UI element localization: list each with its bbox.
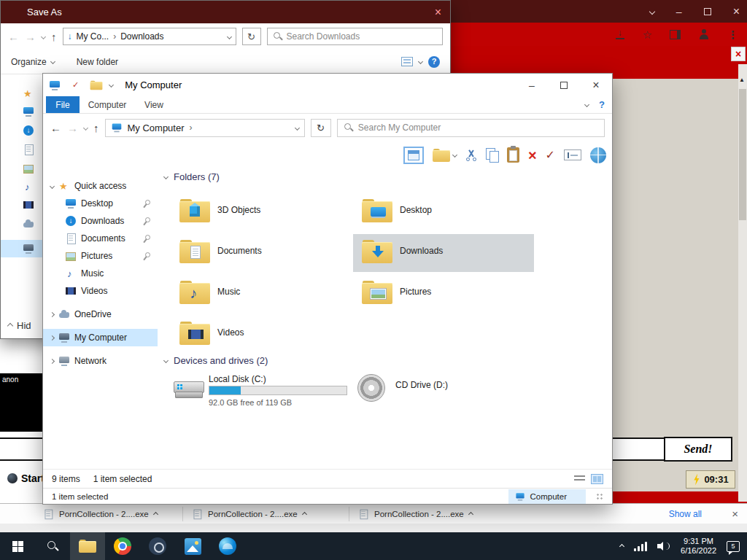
large-icons-view-icon[interactable]	[591, 474, 603, 484]
chevron-right-icon[interactable]	[50, 335, 55, 340]
breadcrumb-dropdown-icon[interactable]	[294, 125, 299, 130]
close-icon[interactable]	[435, 7, 441, 18]
up-icon[interactable]	[93, 122, 99, 133]
taskbar-edge[interactable]	[210, 532, 245, 560]
volume-icon[interactable]	[657, 541, 670, 551]
properties-icon[interactable]	[403, 147, 424, 164]
quick-access-star-icon[interactable]	[23, 88, 34, 101]
taskbar-app[interactable]	[140, 532, 175, 560]
qat-customize-icon[interactable]	[109, 82, 114, 88]
breadcrumb-dropdown-icon[interactable]	[226, 34, 231, 39]
maximize-button[interactable]	[548, 74, 580, 96]
tab-file[interactable]: File	[46, 96, 80, 113]
folder-tile-videos[interactable]: Videos	[171, 316, 352, 354]
network-globe-icon[interactable]	[590, 147, 606, 163]
bookmark-star-icon[interactable]	[643, 29, 652, 40]
refresh-button[interactable]	[242, 28, 261, 45]
forward-icon[interactable]	[67, 122, 78, 133]
chevron-right-icon[interactable]	[50, 358, 55, 363]
address-breadcrumb[interactable]: My Co... Downloads	[63, 28, 236, 45]
breadcrumb-current[interactable]: Downloads	[120, 31, 163, 42]
dialog-search-input[interactable]	[286, 31, 436, 42]
details-view-icon[interactable]	[574, 475, 585, 483]
view-dropdown-icon[interactable]	[418, 59, 423, 64]
download-menu-icon[interactable]	[302, 511, 307, 516]
music-icon[interactable]	[23, 181, 34, 195]
start-button[interactable]	[0, 532, 35, 560]
paste-icon[interactable]	[507, 147, 519, 163]
forward-icon[interactable]	[25, 31, 36, 42]
network-icon[interactable]	[634, 542, 647, 551]
rename-icon[interactable]	[564, 149, 581, 160]
sidebar-item-music[interactable]: Music	[43, 265, 158, 282]
this-pc-selected-row[interactable]	[1, 240, 43, 257]
copy-icon[interactable]	[486, 148, 498, 162]
scrollbar-thumb[interactable]	[739, 89, 746, 220]
explorer-titlebar[interactable]: My Computer	[43, 74, 612, 96]
delete-icon[interactable]	[528, 148, 537, 163]
show-all-link[interactable]: Show all	[669, 509, 702, 519]
downloads-icon[interactable]	[23, 125, 34, 139]
sidebar-item-documents[interactable]: Documents	[43, 230, 158, 247]
hide-folders-button[interactable]: Hid	[8, 320, 31, 331]
new-folder-button[interactable]: New folder	[77, 57, 118, 67]
back-icon[interactable]	[50, 122, 61, 133]
drive-tile-local-disk[interactable]: Local Disk (C:) 92.0 GB free of 119 GB	[171, 371, 352, 415]
tray-expand-icon[interactable]	[619, 543, 624, 548]
explorer-search-input[interactable]	[358, 122, 597, 133]
explorer-search-box[interactable]	[337, 119, 605, 137]
taskbar-clock[interactable]: 9:31 PM 6/16/2022	[681, 537, 716, 556]
send-button[interactable]: Send!	[664, 437, 732, 462]
taskbar-photos[interactable]	[175, 532, 210, 560]
chevron-right-icon[interactable]	[50, 311, 55, 316]
help-icon[interactable]	[428, 56, 440, 68]
taskbar-search-button[interactable]	[35, 532, 70, 560]
folder-tile-music[interactable]: Music	[171, 275, 352, 313]
minimize-button[interactable]	[516, 74, 548, 96]
confirm-icon[interactable]	[546, 149, 555, 161]
cut-icon[interactable]	[465, 149, 477, 161]
breadcrumb-root[interactable]: My Co...	[77, 31, 109, 42]
new-folder-button[interactable]	[433, 149, 457, 162]
side-panel-icon[interactable]	[670, 30, 681, 39]
sidebar-item-desktop[interactable]: Desktop	[43, 195, 158, 212]
drive-tile-cd[interactable]: CD Drive (D:)	[353, 371, 534, 415]
close-downloads-bar-icon[interactable]	[732, 508, 738, 519]
action-center-icon[interactable]: 5	[727, 541, 740, 552]
videos-icon[interactable]	[23, 199, 34, 213]
sidebar-item-onedrive[interactable]: OneDrive	[43, 306, 158, 323]
fake-start-button[interactable]: Start	[7, 470, 44, 486]
chevron-down-icon[interactable]	[50, 183, 55, 188]
chevron-down-icon[interactable]	[649, 8, 655, 14]
video-thumbnail[interactable]: anon	[0, 373, 45, 432]
back-icon[interactable]	[8, 31, 19, 42]
folder-tile-desktop[interactable]: Desktop	[353, 193, 534, 231]
dialog-search-box[interactable]	[267, 28, 444, 45]
sidebar-item-downloads[interactable]: Downloads	[43, 212, 158, 230]
dialog-titlebar[interactable]: Save As	[1, 1, 450, 23]
help-icon[interactable]	[599, 100, 605, 109]
organize-button[interactable]: Organize	[11, 57, 47, 67]
tab-view[interactable]: View	[135, 96, 173, 113]
scroll-up-icon[interactable]	[739, 77, 745, 83]
folder-tile-3d-objects[interactable]: 3D Objects	[171, 193, 352, 231]
download-icon[interactable]	[615, 29, 625, 39]
sidebar-item-network[interactable]: Network	[43, 352, 158, 370]
download-menu-icon[interactable]	[153, 511, 158, 516]
menu-dots-icon[interactable]	[727, 29, 738, 40]
page-scrollbar[interactable]	[738, 64, 747, 502]
documents-icon[interactable]	[23, 144, 34, 158]
group-header-drives[interactable]: Devices and drives (2)	[164, 355, 268, 366]
minimize-icon[interactable]	[676, 7, 682, 17]
change-view-icon[interactable]	[401, 57, 413, 66]
address-breadcrumb[interactable]: My Computer	[105, 119, 305, 137]
download-item[interactable]: PornCollection - 2....exe	[191, 504, 306, 524]
qat-new-folder-icon[interactable]	[90, 80, 103, 90]
sidebar-item-my-computer[interactable]: My Computer	[43, 329, 158, 346]
close-icon[interactable]	[733, 6, 740, 18]
download-item[interactable]: PornCollection - 2....exe	[42, 504, 158, 524]
sidebar-item-pictures[interactable]: Pictures	[43, 247, 158, 265]
collapse-group-icon[interactable]	[163, 174, 169, 179]
page-close-button[interactable]	[731, 47, 746, 61]
qat-properties-icon[interactable]	[72, 81, 79, 89]
